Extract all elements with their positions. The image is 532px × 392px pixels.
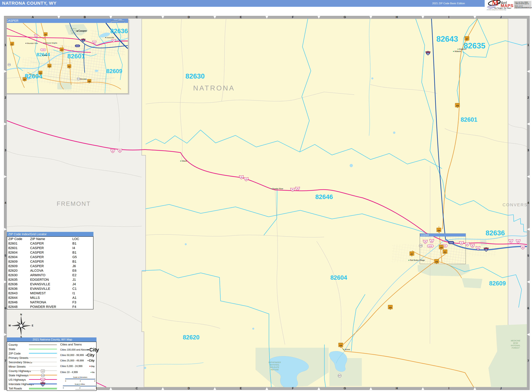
inset-city-label: Allendale	[80, 78, 87, 80]
legend-item-county: County	[9, 343, 57, 347]
neighbor-county-label: CONVERSE	[502, 202, 531, 207]
zip-code-label: 82601	[461, 116, 477, 123]
inset-park-label: NORTH	[70, 28, 76, 30]
zip-index-body: ZIP CodeZIP NameLOC82601CASPERB182601CAS…	[7, 236, 93, 309]
grid-letter-bottom-D: D	[188, 387, 190, 390]
legend-item-sample: 123	[29, 369, 57, 373]
grid-letter-top-C: C	[136, 15, 138, 19]
zip-code-label: 82635	[464, 41, 485, 50]
legend-city-sample: City	[89, 365, 94, 367]
grid-letter-top-E: E	[240, 15, 242, 19]
svg-text:WYOMING: WYOMING	[410, 252, 414, 253]
legend-item-interstate: Interstate Highways123	[9, 382, 57, 386]
grid-number-left-5: 5	[5, 254, 6, 257]
park-label: NATIONAL	[511, 344, 520, 347]
inset-park-label: PLATTE	[70, 30, 77, 32]
legend-item-sample	[29, 360, 57, 364]
inset-map: NORTHPLATTEPARK8263682601826098260482644…	[5, 19, 129, 95]
legend-city-label: Cities 100,000 and Above	[60, 348, 88, 351]
table-cell: F4	[72, 304, 93, 309]
page-title: NATRONA COUNTY, WY	[2, 1, 56, 6]
grid-letter-bottom-E: E	[240, 387, 242, 390]
table-row: 82620ALCOVAE6	[7, 268, 93, 273]
svg-text:25-BL: 25-BL	[449, 242, 453, 243]
grid-letter-bottom-G: G	[344, 387, 346, 390]
svg-text:25: 25	[83, 40, 84, 42]
svg-text:20: 20	[297, 188, 299, 190]
inset-city-dot	[42, 55, 43, 56]
compass-s: S	[20, 336, 22, 338]
svg-text:258: 258	[88, 81, 91, 82]
legend-item-label: County Highways	[9, 369, 29, 373]
zip-code-label: 82646	[315, 193, 333, 200]
legend-city-label: Cities 50,000 - 99,999	[60, 354, 84, 357]
table-cell: POWDER RIVER	[30, 304, 72, 309]
svg-text:WYOMING: WYOMING	[10, 42, 14, 43]
table-cell: MILLS	[30, 295, 72, 300]
table-cell: CASPER	[30, 246, 72, 250]
svg-text:WYOMING: WYOMING	[44, 33, 47, 34]
city-sample-text: City	[91, 365, 94, 367]
svg-text:220: 220	[48, 65, 51, 67]
legend-item-us-hwy: US Highways123	[9, 378, 57, 382]
svg-text:87: 87	[510, 240, 512, 242]
marketmaps-logo: M arket MAPS On Target. On Time. America…	[485, 0, 532, 9]
svg-text:220: 220	[61, 49, 63, 51]
table-cell: CASPER	[30, 264, 72, 268]
inset-scale-tick: 1	[124, 22, 125, 23]
legend-item-label: US Highways	[9, 378, 29, 382]
grid-letter-top-B: B	[84, 15, 86, 19]
table-cell: J4	[72, 282, 93, 286]
cir-highway-badge: 513	[77, 77, 80, 80]
cir-highway-badge: 305	[8, 63, 11, 66]
inset-scale-tick: 0	[111, 22, 112, 23]
table-row: 82609CASPERJ6	[7, 264, 93, 268]
cir-highway-badge: 123	[41, 374, 44, 377]
table-cell: 82643	[7, 291, 30, 295]
zip-code-label: 82620	[183, 334, 200, 341]
table-cell: I4	[72, 246, 93, 250]
svg-text:WYOMING: WYOMING	[443, 250, 447, 251]
svg-text:WYOMING: WYOMING	[456, 104, 459, 104]
legend-item-label: Toll Roads	[9, 387, 29, 390]
grid-letter-bottom-I: I	[448, 387, 449, 390]
compass-rose: N E S W	[8, 313, 34, 338]
table-header-cell: ZIP Code	[7, 237, 30, 241]
table-cell: 82636	[7, 282, 30, 286]
inset-title: CASPER	[6, 19, 19, 22]
int-highway-badge: 123	[40, 382, 45, 386]
svg-text:26: 26	[431, 240, 433, 242]
legend-item-sample: 123	[29, 378, 57, 382]
park-label: MEDICINE	[511, 340, 520, 342]
scalebar-label: Scale in Miles	[63, 383, 97, 385]
inset-zip-code-label: 82636	[110, 28, 128, 35]
inset-zip-code-label: 82644	[37, 52, 50, 57]
legend-item-zip: ZIP Code	[9, 351, 57, 356]
grid-number-right-3: 3	[527, 149, 529, 152]
svg-text:251: 251	[68, 66, 70, 68]
table-cell: 82636	[7, 286, 30, 291]
table-cell: 82646	[7, 300, 30, 304]
legend-city-label: Cities 5,000 - 24,999	[60, 365, 83, 368]
table-cell: EVANSVILLE	[30, 282, 72, 286]
table-cell: J1	[72, 277, 93, 282]
zip-index-table: ZIP CodeZIP NameLOC82601CASPERB182601CAS…	[7, 237, 93, 309]
scalebar-bar	[63, 385, 97, 387]
table-row: 82643MIDWESTI1	[7, 291, 93, 295]
svg-text:26: 26	[35, 35, 37, 37]
svg-text:WYOMING: WYOMING	[48, 64, 51, 65]
contact-email-1: EMAIL US AT:	[515, 5, 531, 7]
svg-text:258: 258	[435, 261, 438, 263]
table-cell: 82601	[7, 241, 30, 246]
table-row: 82609CASPERB1	[7, 259, 93, 264]
usbr-highway-badge: 26-BR	[40, 49, 46, 51]
city-sample-text: City	[89, 359, 94, 362]
legend-item-label: Minor Streets	[9, 365, 29, 368]
grid-letter-top-J: J	[500, 15, 502, 19]
svg-text:26: 26	[292, 189, 294, 191]
town-label: Alcova	[345, 348, 350, 350]
grid-number-right-2: 2	[527, 96, 529, 99]
inset-scale-label: Scale in Miles	[114, 19, 122, 20]
scalebar-tick: 0	[65, 380, 66, 382]
table-cell: 82630	[7, 273, 30, 277]
